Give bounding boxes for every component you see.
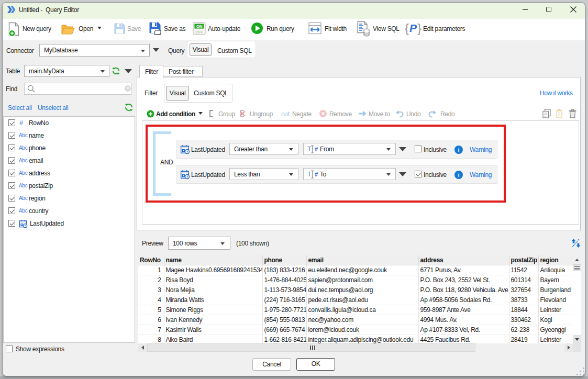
svg-text:i: i [458, 147, 460, 153]
svg-text:ON: ON [196, 24, 203, 29]
svg-text:OFF: OFF [195, 30, 204, 35]
svg-text:i: i [458, 172, 460, 178]
